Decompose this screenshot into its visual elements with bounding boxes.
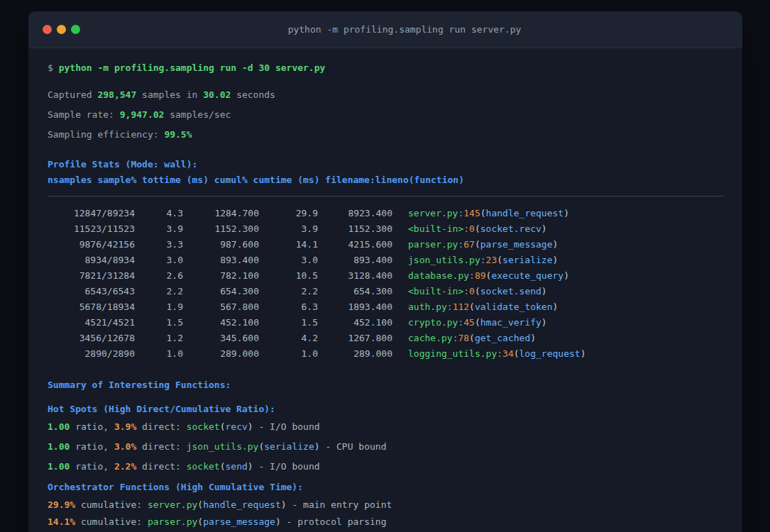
function-name: parse_message [480,239,553,250]
sample-rate-line: Sample rate: 9,947.02 samples/sec [48,109,724,121]
traffic-lights [28,25,80,34]
filename: parser.py [408,239,458,250]
sample-pct-value: 3.0 [135,253,183,268]
open-paren: ( [475,223,480,234]
filename: auth.py [408,301,447,312]
sample-rate-label: Sample rate: [48,109,120,120]
zoom-button-icon[interactable] [71,25,80,34]
cumtime-value: 452.100 [318,315,392,331]
hot-spot-note: - I/O bound [253,461,320,472]
open-paren: ( [475,239,480,250]
function-name: handle_request [486,208,564,218]
function-reference: <built-in>:0(socket.recv) [408,223,547,234]
samples-count: 298,547 [97,89,136,100]
stats-row: 7821/312842.6782.10010.53128.400database… [48,268,724,284]
filename: json_utils.py [408,255,480,265]
colon-separator: : [497,348,502,359]
nsamples-value: 9876/42156 [48,237,135,253]
nsamples-value: 8934/8934 [48,253,135,268]
stats-row: 8934/89343.0893.4003.0893.400json_utils.… [48,253,724,268]
stats-row: 3456/126781.2345.6004.21267.800cache.py:… [48,331,724,346]
function-reference: auth.py:112(validate_token) [408,301,558,312]
stats-rows: 12847/892344.31284.70029.98923.400server… [48,206,724,362]
sample-rate-value: 9,947.02 [120,109,165,120]
open-paren: ( [475,286,480,297]
colon-separator: : [469,270,475,281]
line-number: 67 [463,239,475,250]
line-number: 112 [453,301,469,312]
close-paren: ) [275,516,281,527]
nsamples-value: 7821/31284 [48,268,135,284]
captured-line: Captured 298,547 samples in 30.02 second… [48,89,724,101]
nsamples-value: 2890/2890 [48,346,135,362]
cumtime-value: 8923.400 [318,206,392,221]
open-paren: ( [514,348,519,359]
ratio-value: 1.00 [48,461,70,472]
function-name: socket.send [480,286,541,297]
shell-command: python -m profiling.sampling run -d 30 s… [59,62,326,73]
sample-pct-value: 1.9 [135,299,183,315]
nsamples-value: 12847/89234 [48,206,135,221]
orchestrator-line: 29.9% cumulative: server.py(handle_reque… [48,499,724,511]
cumul-pct-value: 1.5 [259,315,318,331]
close-paren: ) [553,239,559,250]
sample-pct-value: 2.6 [135,268,183,284]
sample-pct-value: 3.9 [135,221,183,237]
window-title: python -m profiling.sampling run server.… [80,24,729,35]
stats-row: 9876/421563.3987.60014.14215.600parser.p… [48,237,724,253]
stats-divider [48,196,724,196]
open-paren: ( [480,208,486,218]
line-number: 23 [486,255,497,265]
line-number: 0 [469,286,475,297]
close-paren: ) [248,421,253,432]
cumul-pct-value: 29.9 [259,206,318,221]
efficiency-label: Sampling efficiency: [48,129,164,140]
function-name: get_cached [475,333,530,343]
close-button-icon[interactable] [43,25,52,34]
close-paren: ) [281,499,287,510]
captured-suffix: seconds [231,89,275,100]
sample-pct-value: 3.3 [135,237,183,253]
direct-pct: 3.0% [114,441,136,452]
tottime-value: 345.600 [183,331,259,346]
ratio-label: ratio, [70,441,114,452]
line-number: 89 [475,270,486,281]
filename: parser.py [148,516,197,527]
function-name: send [226,461,248,472]
direct-label: direct: [136,441,186,452]
close-paren: ) [541,223,547,234]
ratio-label: ratio, [70,421,114,432]
cumul-pct-value: 3.9 [259,221,318,237]
orchestrator-line: 14.1% cumulative: parser.py(parse_messag… [48,516,724,528]
nsamples-value: 3456/12678 [48,331,135,346]
hot-spot-note: - I/O bound [253,421,320,432]
function-name: validate_token [475,301,553,312]
sample-rate-suffix: samples/sec [164,109,231,120]
cumul-pct-value: 6.3 [259,299,318,315]
cumtime-value: 1893.400 [318,299,392,315]
colon-separator: : [447,301,453,312]
filename: <built-in> [408,223,463,234]
tottime-value: 452.100 [183,315,259,331]
close-paren: ) [530,333,536,343]
function-reference: database.py:89(execute_query) [408,270,569,281]
function-reference: logging_utils.py:34(log_request) [408,348,585,359]
tottime-value: 1284.700 [183,206,259,221]
hot-spot-line: 1.00 ratio, 3.0% direct: json_utils.py(s… [48,441,724,453]
minimize-button-icon[interactable] [57,25,66,34]
tottime-value: 987.600 [183,237,259,253]
cumtime-value: 4215.600 [318,237,392,253]
function-name: handle_request [203,499,281,510]
close-paren: ) [563,270,569,281]
filename: logging_utils.py [408,348,497,359]
hot-spot-line: 1.00 ratio, 3.9% direct: socket(recv) - … [48,421,724,433]
function-name: recv [226,421,248,432]
open-paren: ( [475,317,480,328]
stats-row: 5678/189341.9567.8006.31893.400auth.py:1… [48,299,724,315]
captured-label: Captured [48,89,97,100]
open-paren: ( [220,421,226,432]
line-number: 145 [463,208,480,218]
cumulative-pct: 14.1% [48,516,75,527]
window-titlebar[interactable]: python -m profiling.sampling run server.… [28,11,742,48]
function-name: log_request [519,348,581,359]
